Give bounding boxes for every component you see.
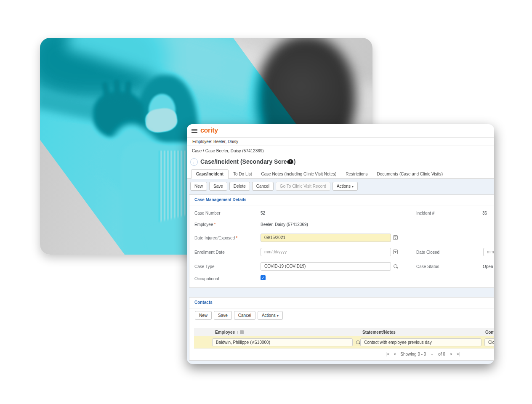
pagination-of-label: of 0 (438, 352, 445, 356)
pager-last-button[interactable]: >| (457, 352, 459, 356)
row-contact-input[interactable]: Close (484, 338, 494, 346)
calendar-icon[interactable] (393, 250, 398, 254)
contacts-grid-header: Employee↑ Statement/Notes Contact (194, 328, 494, 336)
column-header-contact[interactable]: Contact (485, 330, 494, 335)
case-number-value: 52 (261, 211, 265, 215)
tab-case-notes[interactable]: Case Notes (including Clinic Visit Notes… (257, 170, 341, 178)
employee-value: Beeler, Daisy (57412369) (261, 222, 308, 227)
pager-prev-button[interactable]: < (394, 352, 396, 356)
row-statement-input[interactable]: Contact with employee previous day (360, 338, 481, 346)
divider (189, 308, 494, 308)
column-header-statement[interactable]: Statement/Notes (362, 330, 396, 335)
calendar-icon[interactable] (393, 235, 398, 240)
date-closed-input[interactable]: mm/dd/yyyy (483, 248, 494, 256)
sort-asc-icon: ↑ (237, 330, 239, 335)
row-employee-input[interactable]: Baldwin, Phillippe (VS10000) (212, 338, 353, 346)
go-to-clinic-visit-record-button[interactable]: Go To Clinic Visit Record (276, 182, 330, 191)
contacts-panel: Contacts New Save Cancel Actions▾ Employ… (189, 297, 494, 361)
case-type-label: Case Type (194, 264, 215, 269)
case-status-label: Case Status (416, 264, 439, 269)
occupational-label: Occupational (194, 276, 219, 281)
required-marker: * (214, 222, 215, 227)
cority-app-window: cority Employee: Beeler, Daisy Case / Ca… (187, 124, 494, 364)
employee-context-bar[interactable]: Employee: Beeler, Daisy (187, 137, 494, 146)
column-menu-icon[interactable] (240, 330, 244, 334)
date-closed-label: Date Closed (416, 250, 439, 255)
pager-first-button[interactable]: |< (386, 352, 389, 356)
date-injured-label: Date Injured/Exposed* (194, 236, 237, 240)
hamburger-menu-icon[interactable] (192, 129, 197, 133)
contacts-new-button[interactable]: New (195, 311, 212, 320)
pagination: |< < Showing 0 - 0 ⌄ of 0 > >| (386, 352, 459, 356)
date-injured-input[interactable]: 09/15/2021 (261, 234, 391, 242)
pager-next-button[interactable]: > (450, 352, 452, 356)
info-icon[interactable]: i (288, 159, 293, 164)
tab-to-do-list[interactable]: To Do List (229, 170, 256, 178)
tab-case-incident[interactable]: Case/Incident (191, 169, 229, 179)
case-status-value: Open (1) (483, 264, 494, 269)
incident-number-value: 36 (482, 211, 487, 215)
contacts-toolbar: New Save Cancel Actions▾ (195, 311, 283, 320)
incident-number-label: Incident # (416, 211, 434, 215)
section-title-contacts: Contacts (194, 300, 213, 305)
cority-logo: cority (200, 127, 218, 134)
contacts-save-button[interactable]: Save (214, 311, 232, 320)
save-button[interactable]: Save (209, 182, 227, 191)
caret-down-icon: ▾ (277, 314, 279, 318)
breadcrumb[interactable]: Case / Case Beeler, Daisy (57412369) (192, 149, 264, 153)
new-button[interactable]: New (190, 182, 207, 191)
required-marker: * (236, 236, 237, 240)
enrollment-date-label: Enrollment Date (194, 250, 225, 255)
actions-button[interactable]: Actions▾ (332, 182, 358, 191)
tab-documents[interactable]: Documents (Case and Clinic Visits) (372, 170, 448, 178)
pagination-showing-label: Showing 0 - 0 (400, 352, 426, 356)
enrollment-date-input[interactable]: mm/dd/yyyy (261, 248, 391, 256)
caret-down-icon: ▾ (352, 185, 354, 189)
case-toolbar: New Save Delete Cancel Go To Clinic Visi… (190, 182, 358, 191)
tab-bar: Case/Incident To Do List Case Notes (inc… (187, 169, 494, 179)
page-title: Case/Incident (Secondary Screen) (200, 158, 295, 165)
column-header-employee[interactable]: Employee↑ (215, 330, 244, 335)
case-number-label: Case Number (194, 211, 221, 215)
back-button[interactable]: ← (190, 158, 198, 166)
divider (189, 205, 494, 205)
delete-button[interactable]: Delete (229, 182, 250, 191)
case-type-input[interactable]: COVID-19 (COVID19) (261, 262, 391, 271)
tab-restrictions[interactable]: Restrictions (341, 170, 372, 178)
contacts-cancel-button[interactable]: Cancel (234, 311, 255, 320)
occupational-checkbox[interactable] (261, 275, 266, 280)
employee-label: Employee* (194, 222, 215, 227)
cancel-button[interactable]: Cancel (252, 182, 274, 191)
contacts-actions-button[interactable]: Actions▾ (258, 311, 283, 320)
section-title-case-management: Case Management Details (194, 197, 246, 202)
back-arrow-icon: ← (192, 159, 197, 165)
search-icon[interactable] (393, 264, 398, 269)
contacts-table-row[interactable]: Baldwin, Phillippe (VS10000) Contact wit… (194, 336, 494, 348)
page-size-caret-icon[interactable]: ⌄ (431, 352, 434, 356)
case-management-panel: Case Management Details Case Number 52 I… (189, 194, 494, 288)
